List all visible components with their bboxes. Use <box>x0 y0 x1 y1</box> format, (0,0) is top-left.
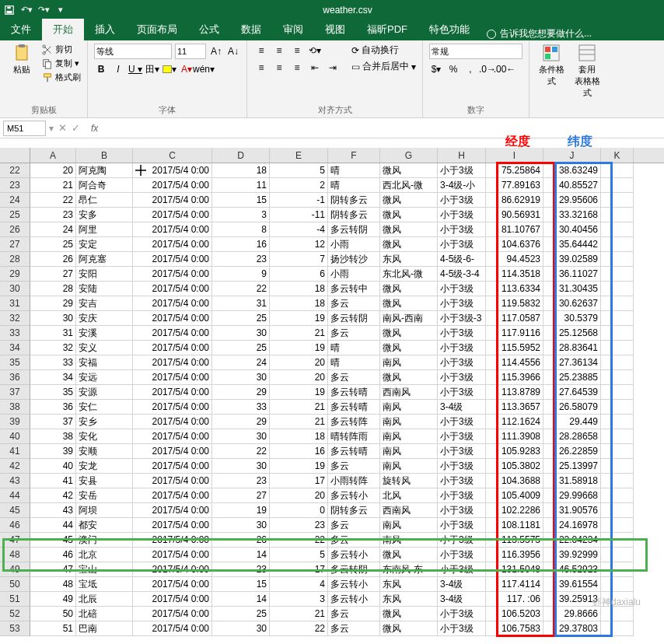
copy-button[interactable]: 复制 ▾ <box>42 58 81 69</box>
cell[interactable]: 21 <box>270 400 328 415</box>
cell[interactable]: 5 <box>270 548 328 562</box>
cell[interactable]: 14 <box>212 592 270 607</box>
tab-file[interactable]: 文件 <box>0 19 42 40</box>
cell[interactable]: 131.5048 <box>486 562 543 577</box>
cell[interactable]: 微风 <box>380 237 438 252</box>
cell[interactable]: 南风 <box>380 444 438 459</box>
row-header[interactable]: 44 <box>0 488 30 503</box>
cell[interactable]: 安定 <box>76 237 133 252</box>
cell[interactable]: 29.99668 <box>543 488 601 503</box>
cell[interactable] <box>601 282 634 296</box>
cell[interactable]: 小于3级 <box>438 208 486 222</box>
col-header-D[interactable]: D <box>212 148 270 163</box>
cut-button[interactable]: 剪切 <box>42 44 81 55</box>
cell[interactable] <box>601 267 634 282</box>
cell[interactable]: 2017/5/4 0:00 <box>133 178 212 193</box>
cell[interactable]: 小于3级 <box>438 193 486 208</box>
cell[interactable]: 小于3级 <box>438 237 486 252</box>
cell[interactable]: 多云转晴 <box>328 400 380 415</box>
cell[interactable]: 40.85527 <box>543 178 601 193</box>
row-header[interactable]: 45 <box>0 503 30 518</box>
cell[interactable]: 19 <box>212 503 270 518</box>
cell[interactable]: 29.37803 <box>543 621 601 636</box>
cell[interactable] <box>601 459 634 474</box>
cell[interactable]: 小于3级 <box>438 163 486 178</box>
cell[interactable]: 31.90576 <box>543 503 601 518</box>
save-icon[interactable] <box>4 5 15 16</box>
cell[interactable]: 2017/5/4 0:00 <box>133 607 212 621</box>
cell[interactable]: 104.3688 <box>486 474 543 488</box>
cell[interactable]: 30 <box>212 459 270 474</box>
cell[interactable]: 安乡 <box>76 415 133 429</box>
cell[interactable]: 2017/5/4 0:00 <box>133 355 212 370</box>
underline-button[interactable]: U ▾ <box>128 62 142 76</box>
cell[interactable]: 2017/5/4 0:00 <box>133 518 212 533</box>
cell[interactable]: 安陆 <box>76 282 133 296</box>
cell[interactable]: 30 <box>212 429 270 444</box>
increase-font-icon[interactable]: A↑ <box>209 44 223 58</box>
cell[interactable]: 2017/5/4 0:00 <box>133 592 212 607</box>
cell[interactable]: 19 <box>270 311 328 326</box>
cell[interactable]: 安义 <box>76 341 133 355</box>
cell[interactable]: 5 <box>270 163 328 178</box>
cell[interactable]: 105.4009 <box>486 488 543 503</box>
cell[interactable]: 46 <box>30 548 76 562</box>
align-right-icon[interactable]: ≡ <box>289 61 305 75</box>
format-painter-button[interactable]: 格式刷 <box>42 72 81 83</box>
cell[interactable]: 117.4114 <box>486 577 543 592</box>
cell[interactable]: 22.04234 <box>543 533 601 548</box>
cell[interactable]: 33 <box>212 400 270 415</box>
cell[interactable]: 37 <box>30 415 76 429</box>
cell[interactable]: 阿克陶 <box>76 163 133 178</box>
cell[interactable]: 2017/5/4 0:00 <box>133 326 212 341</box>
cell[interactable]: 18 <box>270 429 328 444</box>
cell[interactable]: 多云 <box>328 518 380 533</box>
row-header[interactable]: 40 <box>0 429 30 444</box>
cancel-formula-icon[interactable]: ✕ <box>58 122 67 134</box>
cell[interactable]: 小于3级 <box>438 488 486 503</box>
cell[interactable]: 2017/5/4 0:00 <box>133 444 212 459</box>
cell[interactable]: 16 <box>270 444 328 459</box>
indent-decrease-icon[interactable]: ⇤ <box>307 61 323 75</box>
cell[interactable]: 旋转风 <box>380 474 438 488</box>
cell[interactable]: 21 <box>270 326 328 341</box>
cell[interactable]: 小于3级 <box>438 621 486 636</box>
cell[interactable]: 东北风-微 <box>380 267 438 282</box>
cell[interactable]: 阿坝 <box>76 503 133 518</box>
tab-home[interactable]: 开始 <box>42 19 84 40</box>
cell[interactable]: 31 <box>212 296 270 311</box>
cell[interactable]: 2017/5/4 0:00 <box>133 577 212 592</box>
cell[interactable]: 77.89163 <box>486 178 543 193</box>
align-left-icon[interactable]: ≡ <box>253 61 269 75</box>
row-header[interactable]: 47 <box>0 533 30 548</box>
cell[interactable]: 阿合奇 <box>76 178 133 193</box>
cell[interactable]: 多云 <box>328 370 380 385</box>
cell[interactable]: 2017/5/4 0:00 <box>133 252 212 267</box>
cell[interactable]: 39 <box>30 444 76 459</box>
cell[interactable]: 2017/5/4 0:00 <box>133 237 212 252</box>
cell[interactable]: 小于3级 <box>438 341 486 355</box>
cell[interactable]: 50 <box>30 607 76 621</box>
cell[interactable]: 澳门 <box>76 533 133 548</box>
cell[interactable]: 24 <box>212 355 270 370</box>
cell[interactable] <box>601 208 634 222</box>
cell[interactable]: 17 <box>270 474 328 488</box>
cell[interactable]: 多云转小 <box>328 548 380 562</box>
row-header[interactable]: 41 <box>0 444 30 459</box>
cell[interactable]: 27.64539 <box>543 385 601 400</box>
cell[interactable] <box>601 385 634 400</box>
cell[interactable]: 35 <box>30 385 76 400</box>
cell[interactable]: 46.52923 <box>543 562 601 577</box>
cell[interactable]: 28 <box>30 282 76 296</box>
number-format-select[interactable] <box>429 44 522 59</box>
cell[interactable]: 25 <box>212 311 270 326</box>
row-header[interactable]: 43 <box>0 474 30 488</box>
qat-more-icon[interactable]: ▾ <box>55 5 66 16</box>
cell[interactable]: 27 <box>30 267 76 282</box>
cell[interactable]: 105.3802 <box>486 459 543 474</box>
cell[interactable]: 39.25913 <box>543 592 601 607</box>
cell[interactable]: 西南风 <box>380 503 438 518</box>
cell[interactable]: 微风 <box>380 282 438 296</box>
cell[interactable]: 113.3657 <box>486 400 543 415</box>
cell[interactable]: 阿里 <box>76 222 133 237</box>
